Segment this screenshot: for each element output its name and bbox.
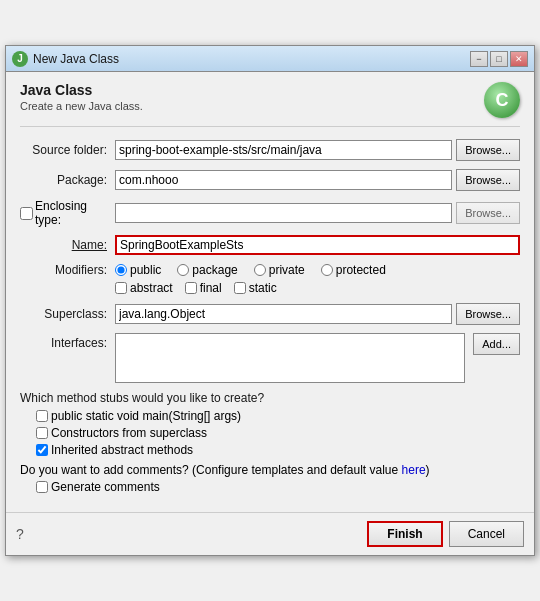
stubs-options: public static void main(String[] args) C…: [36, 409, 520, 457]
modifier-final-label[interactable]: final: [185, 281, 222, 295]
cancel-button[interactable]: Cancel: [449, 521, 524, 547]
name-label: Name:: [20, 238, 115, 252]
window-icon-letter: J: [17, 53, 23, 64]
enclosing-type-label[interactable]: Enclosing type:: [35, 199, 107, 227]
comments-here-link[interactable]: here: [402, 463, 426, 477]
header-section: Java Class Create a new Java class. C: [20, 82, 520, 127]
modifiers-label: Modifiers:: [20, 263, 115, 277]
dialog-subtitle: Create a new Java class.: [20, 100, 143, 112]
comments-section: Do you want to add comments? (Configure …: [20, 463, 520, 494]
modifier-package-text: package: [192, 263, 237, 277]
comments-question-suffix: ): [426, 463, 430, 477]
title-bar-left: J New Java Class: [12, 51, 119, 67]
header-icon: C: [484, 82, 520, 118]
stub-main-checkbox[interactable]: [36, 410, 48, 422]
window-icon: J: [12, 51, 28, 67]
name-row: Name:: [20, 235, 520, 255]
modifier-public-radio[interactable]: [115, 264, 127, 276]
source-folder-label: Source folder:: [20, 143, 115, 157]
modifier-abstract-checkbox[interactable]: [115, 282, 127, 294]
title-bar: J New Java Class − □ ✕: [6, 46, 534, 72]
modifier-package-label[interactable]: package: [177, 263, 237, 277]
modifier-private-text: private: [269, 263, 305, 277]
button-bar: ? Finish Cancel: [6, 512, 534, 555]
modifier-static-label[interactable]: static: [234, 281, 277, 295]
stub-constructors-checkbox[interactable]: [36, 427, 48, 439]
stub-inherited-label[interactable]: Inherited abstract methods: [36, 443, 508, 457]
modifier-abstract-text: abstract: [130, 281, 173, 295]
window-title: New Java Class: [33, 52, 119, 66]
comments-question: Do you want to add comments? (Configure …: [20, 463, 520, 477]
minimize-button[interactable]: −: [470, 51, 488, 67]
modifiers-row: Modifiers: public package private protec…: [20, 263, 520, 295]
modifiers-radio-row: Modifiers: public package private protec…: [20, 263, 520, 277]
stub-main-label[interactable]: public static void main(String[] args): [36, 409, 508, 423]
dialog-content: Java Class Create a new Java class. C So…: [6, 72, 534, 512]
superclass-row: Superclass: Browse...: [20, 303, 520, 325]
interfaces-label: Interfaces:: [20, 333, 115, 350]
comments-options: Generate comments: [36, 480, 520, 494]
package-input[interactable]: [115, 170, 452, 190]
close-button[interactable]: ✕: [510, 51, 528, 67]
finish-button[interactable]: Finish: [367, 521, 442, 547]
modifier-static-checkbox[interactable]: [234, 282, 246, 294]
source-folder-row: Source folder: Browse...: [20, 139, 520, 161]
maximize-button[interactable]: □: [490, 51, 508, 67]
modifier-public-label[interactable]: public: [115, 263, 161, 277]
modifier-abstract-label[interactable]: abstract: [115, 281, 173, 295]
generate-comments-checkbox[interactable]: [36, 481, 48, 493]
package-browse-button[interactable]: Browse...: [456, 169, 520, 191]
source-folder-input[interactable]: [115, 140, 452, 160]
modifier-private-radio[interactable]: [254, 264, 266, 276]
stub-inherited-text: Inherited abstract methods: [51, 443, 193, 457]
dialog-title: Java Class: [20, 82, 143, 98]
modifier-protected-label[interactable]: protected: [321, 263, 386, 277]
package-label: Package:: [20, 173, 115, 187]
stub-main-text: public static void main(String[] args): [51, 409, 241, 423]
title-buttons: − □ ✕: [470, 51, 528, 67]
generate-comments-label[interactable]: Generate comments: [36, 480, 508, 494]
interfaces-input[interactable]: [115, 333, 465, 383]
header-info: Java Class Create a new Java class.: [20, 82, 143, 112]
interfaces-buttons: Add...: [469, 333, 520, 355]
stubs-section: Which method stubs would you like to cre…: [20, 391, 520, 457]
source-folder-browse-button[interactable]: Browse...: [456, 139, 520, 161]
stub-constructors-label[interactable]: Constructors from superclass: [36, 426, 508, 440]
name-input[interactable]: [115, 235, 520, 255]
superclass-browse-button[interactable]: Browse...: [456, 303, 520, 325]
modifier-protected-radio[interactable]: [321, 264, 333, 276]
help-button[interactable]: ?: [16, 526, 24, 542]
stubs-question: Which method stubs would you like to cre…: [20, 391, 520, 405]
modifier-final-checkbox[interactable]: [185, 282, 197, 294]
modifier-final-text: final: [200, 281, 222, 295]
stub-constructors-text: Constructors from superclass: [51, 426, 207, 440]
modifier-public-text: public: [130, 263, 161, 277]
superclass-input[interactable]: [115, 304, 452, 324]
enclosing-type-input[interactable]: [115, 203, 452, 223]
modifiers-checkbox-row: abstract final static: [115, 281, 520, 295]
modifier-package-radio[interactable]: [177, 264, 189, 276]
modifier-protected-text: protected: [336, 263, 386, 277]
package-row: Package: Browse...: [20, 169, 520, 191]
enclosing-type-row: Enclosing type: Browse...: [20, 199, 520, 227]
interfaces-add-button[interactable]: Add...: [473, 333, 520, 355]
modifier-static-text: static: [249, 281, 277, 295]
generate-comments-text: Generate comments: [51, 480, 160, 494]
interfaces-row: Interfaces: Add...: [20, 333, 520, 383]
enclosing-browse-button[interactable]: Browse...: [456, 202, 520, 224]
main-window: J New Java Class − □ ✕ Java Class Create…: [5, 45, 535, 556]
comments-question-prefix: Do you want to add comments? (Configure …: [20, 463, 402, 477]
superclass-label: Superclass:: [20, 307, 115, 321]
stub-inherited-checkbox[interactable]: [36, 444, 48, 456]
modifier-private-label[interactable]: private: [254, 263, 305, 277]
enclosing-type-checkbox[interactable]: [20, 207, 33, 220]
